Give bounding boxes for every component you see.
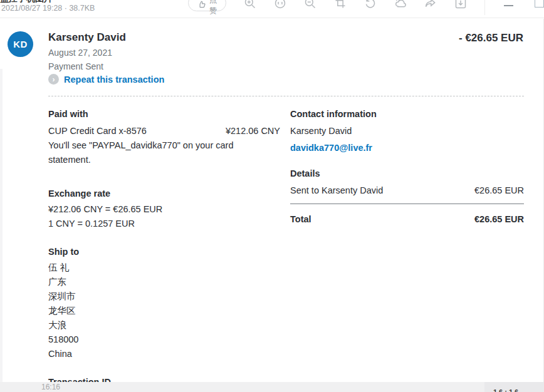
payment-method: CUP Credit Card x-8576 (48, 124, 147, 138)
chevron-right-icon: › (48, 74, 59, 85)
total-amount: €26.65 EUR (474, 212, 524, 227)
statement-note: You'll see "PAYPAL_davidka770" on your c… (48, 138, 264, 167)
dashed-separator (48, 96, 524, 96)
rotate-icon[interactable] (364, 0, 377, 9)
thumbs-up-icon (197, 0, 206, 11)
minimize-icon (504, 5, 513, 6)
details-divider (290, 204, 524, 204)
maximize-button[interactable] (533, 0, 544, 13)
maximize-icon (535, 0, 544, 8)
details-heading: Details (290, 168, 524, 178)
repeat-transaction-link[interactable]: › Repeat this transaction (48, 74, 164, 85)
page-edge-strip (0, 69, 3, 392)
ship-to-line: 广东 (48, 275, 280, 289)
exchange-rate-line2: 1 CNY = 0.1257 EUR (48, 217, 280, 231)
contact-info-heading: Contact information (290, 109, 524, 119)
transaction-status: Payment Sent (48, 61, 126, 71)
right-column: Contact information Karsenty David david… (290, 109, 524, 227)
ship-to-line: 深圳市 (48, 289, 280, 304)
ship-to-line: 龙华区 (48, 304, 280, 318)
transaction-amount: - €26.65 EUR (459, 32, 523, 44)
share-icon[interactable] (424, 0, 437, 9)
transaction-header: Karsenty David August 27, 2021 Payment S… (48, 31, 126, 71)
contact-email-link[interactable]: davidka770@live.fr (290, 143, 524, 153)
payee-name: Karsenty David (48, 31, 126, 44)
cloud-ocr-icon[interactable] (394, 0, 407, 9)
statusbar-time: 16:16 (41, 383, 60, 391)
download-icon[interactable] (454, 0, 467, 9)
zoom-out-icon[interactable] (304, 0, 316, 9)
ship-to-line: 大浪 (48, 318, 280, 333)
transaction-date: August 27, 2021 (48, 48, 126, 58)
contact-name: Karsenty David (290, 124, 524, 138)
zoom-in-icon[interactable] (244, 0, 256, 9)
window-title-clipped: 监控手机图片 (0, 0, 69, 3)
image-viewer-window: 监控手机图片 2021/08/27 19:28 · 38.7KB 点赞 (0, 0, 544, 392)
minimize-button[interactable] (503, 0, 515, 13)
details-row-amount: €26.65 EUR (474, 183, 524, 198)
background-statusbar: 16:16 16:16 (0, 382, 544, 392)
exchange-rate-heading: Exchange rate (48, 188, 280, 199)
avatar: KD (8, 31, 33, 57)
left-column: Paid with CUP Credit Card x-8576 ¥212.06… (48, 109, 280, 392)
viewer-toolbar: 监控手机图片 2021/08/27 19:28 · 38.7KB 点赞 (0, 0, 544, 18)
toolbar-divider (484, 0, 485, 15)
exchange-rate-line1: ¥212.06 CNY = €26.65 EUR (48, 202, 280, 217)
details-row-label: Sent to Karsenty David (290, 183, 383, 198)
payment-method-amount: ¥212.06 CNY (226, 124, 280, 138)
like-button-label: 点赞 (209, 0, 217, 16)
crop-icon[interactable] (334, 0, 347, 9)
like-button[interactable]: 点赞 (188, 0, 226, 11)
statusbar-clipped-text: 16:16 (493, 388, 523, 392)
ship-to-line: China (48, 347, 280, 361)
ship-to-heading: Ship to (48, 247, 280, 257)
image-meta-text: 2021/08/27 19:28 · 38.7KB (1, 4, 95, 13)
repeat-transaction-label: Repeat this transaction (64, 75, 164, 85)
toolbar-buttons: 点赞 (188, 0, 544, 15)
ship-to-line: 518000 (48, 333, 280, 347)
paid-with-heading: Paid with (48, 109, 280, 119)
ship-to-line: 伍 礼 (48, 260, 280, 275)
actual-size-icon[interactable] (274, 0, 286, 9)
paypal-transaction-card: KD Karsenty David August 27, 2021 Paymen… (0, 19, 544, 382)
total-label: Total (290, 214, 311, 224)
